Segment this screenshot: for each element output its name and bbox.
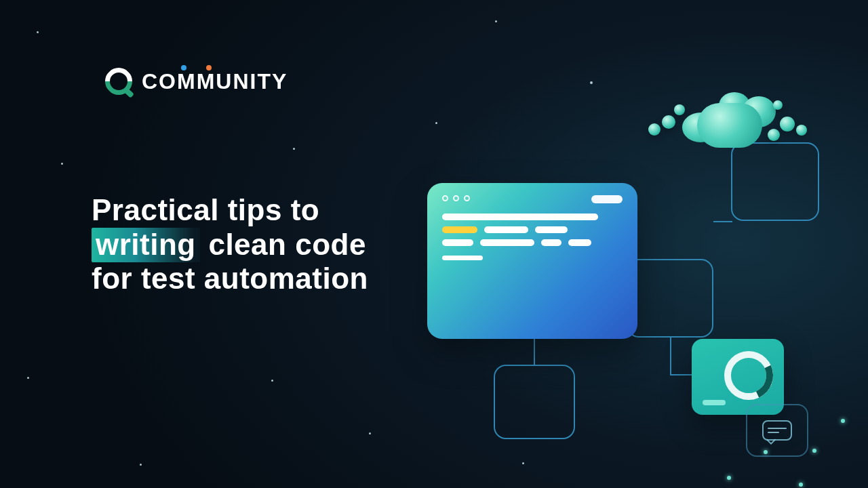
data-cloud-icon xyxy=(671,88,787,156)
logo-text-post: UNITY xyxy=(216,69,288,94)
wire-panel-icon xyxy=(494,365,575,439)
cloud-orb-icon xyxy=(780,117,795,131)
decorative-star-icon xyxy=(293,148,295,150)
connector-line-icon xyxy=(670,338,671,375)
cloud-orb-icon xyxy=(674,104,685,115)
logo-text-m2: M xyxy=(197,69,216,94)
code-line-icon xyxy=(442,226,623,233)
decorative-star-icon xyxy=(27,377,29,379)
headline-line-3: for test automation xyxy=(92,262,368,296)
cloud-orb-icon xyxy=(662,115,675,129)
card-pill-icon xyxy=(591,195,623,203)
headline-line-2-tail: clean code xyxy=(200,228,366,261)
headline-highlight: writing xyxy=(92,228,200,262)
code-line-icon xyxy=(442,256,483,260)
decorative-star-icon xyxy=(495,20,497,22)
cloud-orb-icon xyxy=(796,125,807,136)
brand-logo: CO M M UNITY xyxy=(105,68,288,95)
connector-line-icon xyxy=(713,221,732,222)
connector-line-icon xyxy=(534,339,535,366)
code-editor-card-icon xyxy=(427,183,637,339)
cloud-orb-icon xyxy=(768,129,780,141)
logo-text-pre: CO xyxy=(142,69,177,94)
headline-line-1: Practical tips to xyxy=(92,193,368,228)
decorative-star-icon xyxy=(61,163,63,165)
cloud-orb-icon xyxy=(648,123,660,136)
logo-dot-orange-icon xyxy=(206,65,212,70)
logo-q-mark xyxy=(105,68,132,95)
decorative-star-icon xyxy=(140,464,142,466)
headline: Practical tips to writing clean code for… xyxy=(92,193,368,296)
chat-window-outline-icon xyxy=(746,404,808,457)
chat-bubble-icon xyxy=(762,420,792,441)
headline-line-2: writing clean code xyxy=(92,228,368,262)
cloud-orb-icon xyxy=(773,100,783,110)
decorative-star-icon xyxy=(271,380,273,382)
code-line-icon xyxy=(442,214,598,220)
wire-panel-icon xyxy=(627,259,713,338)
decorative-star-icon xyxy=(369,432,371,434)
logo-text-m1: M xyxy=(177,69,197,94)
code-line-icon xyxy=(442,239,623,246)
logo-dot-blue-icon xyxy=(181,65,186,70)
logo-wordmark: CO M M UNITY xyxy=(142,69,288,94)
decorative-star-icon xyxy=(37,31,39,33)
